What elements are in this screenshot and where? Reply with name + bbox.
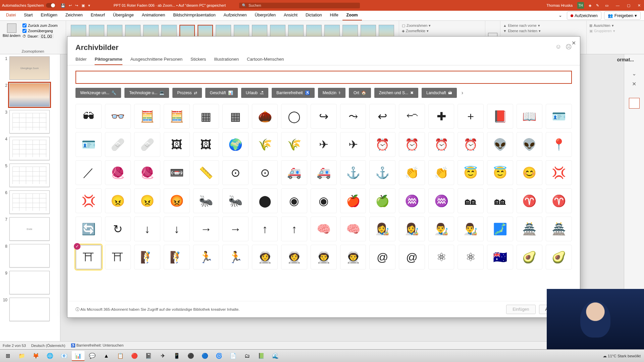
easel-outline-icon[interactable]: 🖼 [193,132,219,157]
pagoda-outline-icon[interactable]: 🏯 [546,217,572,241]
arrow-curve-left-icon[interactable]: ↩ [369,104,395,129]
word-icon[interactable]: 📄 [227,351,239,361]
aries-icon[interactable]: ♈ [517,188,543,213]
category-button[interactable]: Zeichen und S... ✖ [374,88,418,98]
at-sign-outline-icon[interactable]: @ [399,245,425,269]
outlook-icon[interactable]: 📧 [58,351,70,361]
dialog-close-button[interactable]: ✕ [572,40,576,46]
save-icon[interactable]: 💾 [61,3,65,8]
category-button[interactable]: Urlaub 🏖 [241,88,268,98]
redo-icon[interactable]: ↪ [75,3,78,8]
share-button[interactable]: 👥Freigeben▾ [604,11,641,20]
app-icon[interactable]: 🗂 [241,351,254,361]
back-to-zoom-checkbox[interactable]: Zurück zum Zoom [22,23,58,27]
user-name[interactable]: Thomas Hruska [546,3,573,7]
category-button[interactable]: Prozess ⇄ [172,88,202,98]
accessibility-status[interactable]: ♿ Barrierefreiheit: Untersuchen [71,343,124,348]
tab-insert[interactable]: Einfügen [37,11,61,20]
farm-icon[interactable]: 🌾 [252,132,278,157]
alarm-clock-outline-icon[interactable]: ⏰ [399,132,425,157]
anchor-outline-icon[interactable]: ⚓ [369,160,395,185]
chevron-down-icon[interactable]: ⌄ [632,70,636,77]
align-button[interactable]: ⊞Ausrichten ▾ [589,23,644,27]
astronaut-male-icon[interactable]: 👨‍🚀 [311,245,337,269]
slide-counter[interactable]: Folie 2 von 53 [3,344,26,348]
change-image-button[interactable]: Bild ändern [3,23,20,38]
plus-icon[interactable]: ✚ [428,104,454,129]
bandage-outline-icon[interactable]: 🩹 [134,132,160,157]
bandage-icon[interactable]: 🩹 [105,132,131,157]
hiking-outline-icon[interactable]: 🧗 [164,245,190,269]
anchor-icon[interactable]: ⚓ [340,160,366,185]
onenote-icon[interactable]: 📓 [142,351,155,361]
apple-icon[interactable]: 🍎 [340,188,366,213]
slide-thumb[interactable]: 8 [1,244,59,267]
tab-view[interactable]: Ansicht [280,11,302,20]
tab-help[interactable]: Hilfe [326,11,342,20]
dialog-tab-stickers[interactable]: Stickers [191,57,206,65]
tab-dictation[interactable]: Dictation [302,11,326,20]
real-estate-outline-icon[interactable]: 🏘 [487,188,513,213]
abacus-icon[interactable]: 🧮 [134,104,160,129]
slide-thumb[interactable]: 2 [1,83,59,107]
refresh-icon[interactable]: 🔄 [75,217,102,241]
slide-thumb[interactable]: 7Ende [1,217,59,241]
angry-face-icon[interactable]: 😠 [105,188,131,213]
coming-soon-icon[interactable]: ◈ [589,3,591,8]
document-title[interactable]: PPT 01 Roter Faden 006 · ab Zoom... • Au… [114,3,226,7]
refresh-outline-icon[interactable]: ↻ [105,217,131,241]
tab-record[interactable]: Aufzeichnen [220,11,251,20]
applause-outline-icon[interactable]: 👏 [428,160,454,185]
airplane-icon[interactable]: ✈ [311,132,337,157]
dialog-tab-illustrations[interactable]: Illustrationen [214,57,239,65]
angel-face-icon[interactable]: 😇 [458,160,484,185]
autosave-toggle[interactable]: Automatisches Speichern [2,3,55,8]
app-icon[interactable]: 🌀 [213,351,225,361]
category-button[interactable]: Landschaft 🏔 [422,88,457,98]
file-explorer-icon[interactable]: 📁 [15,351,28,361]
acorn-icon[interactable]: 🌰 [252,104,278,129]
feedback-happy-icon[interactable]: ☺ [555,43,561,51]
start-menu-icon[interactable]: ⊞ [1,351,14,361]
close-icon[interactable]: ✕ [636,3,642,8]
tab-design[interactable]: Entwurf [87,11,109,20]
minimize-icon[interactable]: — [614,3,621,7]
category-button[interactable]: Werkzeuge un... 🔧 [75,88,121,98]
zoom-frame-button[interactable]: ▢Zoomrahmen ▾ [402,23,482,27]
pagoda-icon[interactable]: 🏯 [517,217,543,241]
app-icon[interactable]: 🔵 [199,351,211,361]
slide-thumb[interactable]: 4 [1,137,59,160]
excel-icon[interactable]: 📗 [255,351,268,361]
applause-icon[interactable]: 👏 [399,160,425,185]
search-box[interactable]: 🔍 Suchen [239,3,360,8]
angry-face-alt-icon[interactable]: 😡 [164,188,190,213]
avatar[interactable]: TH [577,2,584,9]
slide-thumb[interactable]: 9 [1,271,59,294]
designer-icon[interactable] [629,98,640,109]
vlc-icon[interactable]: ▲ [100,351,113,361]
slide-thumb[interactable]: 10 [1,298,59,321]
slides-panel[interactable]: 1Übergänge Zoom 2 3 4 5 6 7Ende 8 9 10 [0,54,60,341]
angel-face-outline-icon[interactable]: 😇 [487,160,513,185]
avocado-icon[interactable]: 🥑 [517,245,543,269]
zoom-transition-checkbox[interactable]: Zoomübergang [22,29,58,33]
zoom-effects-button[interactable]: ◈Zoomeffekte ▾ [402,29,482,33]
bring-forward-button[interactable]: ▲Ebene nach vorne ▾ [503,23,584,27]
needle-outline-icon[interactable]: ／ [75,160,102,185]
halo-face-icon[interactable]: 😊 [517,160,543,185]
tab-transitions[interactable]: Übergänge [109,11,138,20]
ambulance-icon[interactable]: 🚑 [281,160,307,185]
category-button[interactable]: Medizin ⚕ [318,88,345,98]
glasses-3d-icon[interactable]: 🕶 [75,104,102,129]
arrow-down-thin-icon[interactable]: ↓ [164,217,190,241]
africa-icon[interactable]: 🌍 [222,132,249,157]
button-outline-icon[interactable]: ⊙ [252,160,278,185]
slide-thumb[interactable]: 6 [1,190,59,214]
tape-measure-icon[interactable]: 📏 [193,160,219,185]
address-card-icon[interactable]: 🪪 [546,104,572,129]
artist-male-outline-icon[interactable]: 👨‍🎨 [458,217,484,241]
slide-thumb[interactable]: 3 [1,110,59,133]
arrow-right-icon[interactable]: → [193,217,219,241]
ambulance-outline-icon[interactable]: 🚑 [311,160,337,185]
glasses-3d-outline-icon[interactable]: 👓 [105,104,131,129]
